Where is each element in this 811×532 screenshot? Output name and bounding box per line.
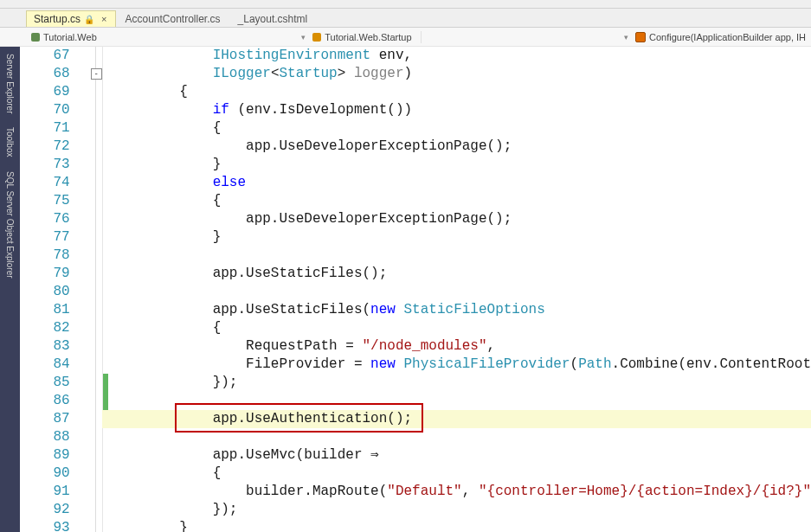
tab-label: AccountController.cs [125, 13, 220, 25]
line-number: 79 [20, 265, 70, 283]
line-number: 82 [20, 319, 70, 337]
line-number: 87 [20, 410, 70, 428]
line-number: 68 [20, 65, 70, 83]
line-number: 70 [20, 101, 70, 119]
code-line[interactable]: app.UseDeveloperExceptionPage(); [113, 210, 811, 228]
line-number: 77 [20, 228, 70, 247]
code-line[interactable]: ILogger<Startup> logger) [113, 65, 811, 83]
chevron-down-icon[interactable]: ▾ [299, 33, 307, 42]
code-line[interactable]: } [113, 519, 811, 532]
code-line[interactable]: { [113, 83, 811, 101]
line-number: 78 [20, 247, 70, 265]
side-tab-server-explorer[interactable]: Server Explorer [3, 47, 17, 120]
nav-project[interactable]: Tutorial.Web [26, 31, 102, 43]
line-number: 84 [20, 356, 70, 374]
code-line[interactable]: } [113, 228, 811, 247]
fold-toggle[interactable]: - [91, 68, 102, 80]
line-number: 73 [20, 156, 70, 174]
tab-label: Startup.cs [34, 13, 80, 25]
side-tab-toolbox[interactable]: Toolbox [3, 120, 17, 163]
line-number: 80 [20, 283, 70, 301]
line-number: 89 [20, 446, 70, 465]
line-number: 76 [20, 210, 70, 228]
nav-bar: Tutorial.Web ▾ Tutorial.Web.Startup ▾ Co… [0, 28, 811, 47]
line-number: 85 [20, 374, 70, 392]
line-number: 72 [20, 138, 70, 156]
code-surface[interactable]: IHostingEnvironment env, ILogger<Startup… [107, 47, 811, 532]
file-tab-accountcontroller[interactable]: AccountController.cs [118, 11, 228, 27]
line-number: 69 [20, 83, 70, 101]
code-line[interactable]: app.UseStaticFiles(new StaticFileOptions [113, 301, 811, 319]
line-number: 93 [20, 519, 70, 532]
line-number: 67 [20, 47, 70, 65]
code-line[interactable] [113, 247, 811, 265]
line-number: 74 [20, 174, 70, 192]
nav-method[interactable]: Configure(IApplicationBuilder app, IH [630, 31, 811, 43]
code-line[interactable]: }); [113, 374, 811, 392]
method-icon [635, 32, 646, 42]
chevron-down-icon[interactable]: ▾ [622, 33, 630, 42]
file-tab-row: Startup.cs 🔒 × AccountController.cs _Lay… [0, 9, 811, 28]
line-number: 91 [20, 483, 70, 501]
code-line[interactable] [113, 428, 811, 446]
code-line[interactable]: if (env.IsDevelopment()) [113, 101, 811, 119]
code-line[interactable]: { [113, 119, 811, 138]
code-line[interactable]: RequestPath = "/node_modules", [113, 337, 811, 356]
lock-icon: 🔒 [84, 15, 94, 24]
code-line[interactable]: IHostingEnvironment env, [113, 47, 811, 65]
cs-icon [31, 33, 40, 42]
code-line[interactable]: app.UseStaticFiles(); [113, 265, 811, 283]
fold-column: - [86, 47, 104, 532]
code-line[interactable] [113, 392, 811, 410]
class-icon [312, 33, 321, 42]
code-line[interactable]: builder.MapRoute("Default", "{controller… [113, 483, 811, 501]
line-number: 75 [20, 192, 70, 210]
code-line[interactable]: app.UseMvc(builder ⇒ [113, 446, 811, 465]
line-number-gutter: 6768697071727374757677787980818283848586… [20, 47, 86, 532]
line-number: 90 [20, 465, 70, 483]
code-line[interactable]: app.UseDeveloperExceptionPage(); [113, 138, 811, 156]
close-icon[interactable]: × [101, 14, 106, 24]
side-tab-sql-explorer[interactable]: SQL Server Object Explorer [3, 164, 17, 285]
nav-namespace[interactable]: Tutorial.Web.Startup [307, 31, 421, 43]
menu-strip [0, 0, 811, 9]
tab-label: _Layout.cshtml [238, 13, 308, 25]
code-line[interactable]: app.UseAuthentication(); [113, 410, 811, 428]
line-number: 83 [20, 337, 70, 356]
code-line[interactable]: }); [113, 501, 811, 519]
fold-guide-line [95, 47, 96, 532]
line-number: 81 [20, 301, 70, 319]
code-line[interactable]: else [113, 174, 811, 192]
line-number: 88 [20, 428, 70, 446]
code-line[interactable] [113, 283, 811, 301]
code-line[interactable]: } [113, 156, 811, 174]
line-number: 92 [20, 501, 70, 519]
code-line[interactable]: FileProvider = new PhysicalFileProvider(… [113, 356, 811, 374]
line-number: 86 [20, 392, 70, 410]
file-tab-startup[interactable]: Startup.cs 🔒 × [26, 10, 116, 27]
line-number: 71 [20, 119, 70, 138]
side-tool-tabs: Server Explorer Toolbox SQL Server Objec… [0, 47, 20, 532]
code-line[interactable]: { [113, 192, 811, 210]
code-line[interactable]: { [113, 319, 811, 337]
code-line[interactable]: { [113, 465, 811, 483]
file-tab-layout[interactable]: _Layout.cshtml [231, 11, 317, 27]
editor-pane[interactable]: 6768697071727374757677787980818283848586… [20, 47, 811, 532]
